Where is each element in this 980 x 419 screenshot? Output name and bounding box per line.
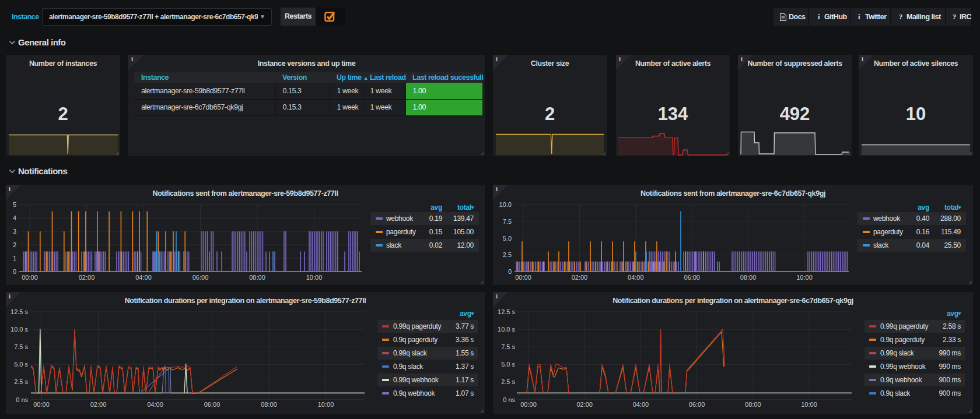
svg-text:04:00: 04:00 (633, 401, 649, 408)
svg-text:12.5 s: 12.5 s (10, 308, 28, 315)
svg-text:10.0 s: 10.0 s (498, 326, 515, 333)
svg-text:04:00: 04:00 (147, 401, 163, 408)
svg-text:0 ns: 0 ns (16, 396, 28, 403)
svg-text:0: 0 (508, 268, 512, 275)
svg-text:5.0 s: 5.0 s (14, 361, 28, 368)
svg-text:10:00: 10:00 (318, 401, 334, 408)
svg-text:08:00: 08:00 (249, 274, 265, 281)
svg-text:08:00: 08:00 (740, 274, 757, 281)
svg-text:02:00: 02:00 (572, 274, 588, 281)
svg-text:10.0 s: 10.0 s (10, 326, 28, 333)
svg-text:10.0: 10.0 (499, 201, 512, 208)
svg-text:06:00: 06:00 (192, 274, 209, 281)
svg-text:00:00: 00:00 (515, 274, 531, 281)
svg-text:7.5: 7.5 (503, 218, 512, 225)
svg-text:1: 1 (13, 255, 16, 262)
svg-text:12.5 s: 12.5 s (498, 308, 515, 315)
svg-text:06:00: 06:00 (204, 401, 220, 408)
svg-text:06:00: 06:00 (684, 274, 700, 281)
svg-text:5.0 s: 5.0 s (501, 361, 515, 368)
svg-text:02:00: 02:00 (576, 401, 593, 408)
svg-text:7.5 s: 7.5 s (501, 343, 515, 350)
svg-text:5.0: 5.0 (503, 235, 512, 242)
svg-text:06:00: 06:00 (689, 401, 705, 408)
svg-text:2.5: 2.5 (503, 251, 512, 258)
svg-text:2.5 s: 2.5 s (501, 378, 515, 385)
svg-text:00:00: 00:00 (22, 274, 38, 281)
svg-text:00:00: 00:00 (520, 401, 537, 408)
svg-text:3: 3 (13, 228, 16, 235)
svg-text:08:00: 08:00 (261, 401, 277, 408)
svg-text:0: 0 (13, 268, 16, 275)
svg-text:10:00: 10:00 (801, 401, 817, 408)
svg-text:5: 5 (13, 201, 16, 208)
svg-text:10:00: 10:00 (796, 274, 813, 281)
svg-text:04:00: 04:00 (628, 274, 644, 281)
svg-text:2.5 s: 2.5 s (14, 378, 28, 385)
svg-text:0 ns: 0 ns (503, 396, 515, 403)
svg-text:00:00: 00:00 (33, 401, 50, 408)
svg-text:02:00: 02:00 (90, 401, 107, 408)
svg-text:04:00: 04:00 (135, 274, 152, 281)
svg-text:4: 4 (13, 214, 16, 221)
svg-text:7.5 s: 7.5 s (14, 343, 28, 350)
svg-text:10:00: 10:00 (306, 274, 323, 281)
svg-text:2: 2 (13, 241, 16, 248)
svg-text:02:00: 02:00 (79, 274, 95, 281)
svg-text:08:00: 08:00 (745, 401, 761, 408)
